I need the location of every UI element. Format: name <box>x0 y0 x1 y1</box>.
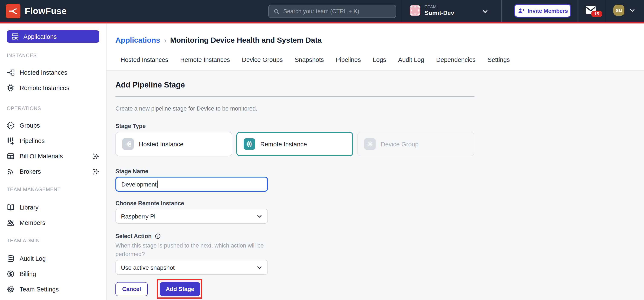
remote-instances-icon <box>6 84 15 92</box>
stage-name-value: Development <box>122 181 156 188</box>
tab-audit-log[interactable]: Audit Log <box>398 55 424 65</box>
sidebar-item-label: Team Settings <box>20 286 59 293</box>
tab-remote-instances[interactable]: Remote Instances <box>180 55 230 65</box>
user-plus-icon <box>517 7 524 14</box>
sidebar-item-brokers[interactable]: Brokers <box>0 164 106 179</box>
sidebar: Applications INSTANCES Hosted Instances <box>0 24 106 300</box>
notification-badge: 15 <box>591 11 602 17</box>
sidebar-section-team-admin: TEAM ADMIN <box>7 238 106 244</box>
stage-name-input[interactable]: Development <box>116 177 268 192</box>
invite-members-button[interactable]: Invite Members <box>514 4 571 18</box>
sparkles-icon <box>92 152 100 160</box>
action-select[interactable]: Use active snapshot <box>116 260 268 275</box>
navbar-divider <box>402 0 402 22</box>
content-header: Applications › Monitoring Device Health … <box>106 24 644 71</box>
form-title: Add Pipeline Stage <box>116 81 185 90</box>
sparkles-icon <box>92 168 100 176</box>
stage-type-hosted-instance[interactable]: Hosted Instance <box>116 132 232 156</box>
stage-name-label: Stage Name <box>116 168 148 175</box>
cancel-button[interactable]: Cancel <box>116 282 148 296</box>
sidebar-item-remote-instances[interactable]: Remote Instances <box>0 80 106 96</box>
search-input[interactable] <box>283 8 392 15</box>
billing-icon <box>6 270 15 278</box>
sidebar-item-library[interactable]: Library <box>0 200 106 215</box>
sidebar-item-label: Members <box>20 219 45 226</box>
search-icon <box>273 8 280 15</box>
user-menu[interactable]: su <box>613 5 636 16</box>
remote-instance-value: Raspberry Pi <box>121 213 156 220</box>
sidebar-item-members[interactable]: Members <box>0 215 106 230</box>
stage-type-option-label: Device Group <box>381 141 418 147</box>
stage-type-label: Stage Type <box>116 123 146 129</box>
sidebar-item-label: Audit Log <box>20 255 46 262</box>
sidebar-item-hosted-instances[interactable]: Hosted Instances <box>0 65 106 80</box>
flowfuse-logo-icon <box>6 4 20 18</box>
tab-hosted-instances[interactable]: Hosted Instances <box>120 55 168 65</box>
sidebar-item-team-settings[interactable]: Team Settings <box>0 282 106 297</box>
text-cursor <box>157 181 158 188</box>
chevron-down-icon[interactable] <box>481 8 489 15</box>
tab-logs[interactable]: Logs <box>373 55 386 65</box>
application-tabs: Hosted Instances Remote Instances Device… <box>120 55 510 65</box>
tab-dependencies[interactable]: Dependencies <box>436 55 476 65</box>
sidebar-item-billing[interactable]: Billing <box>0 266 106 282</box>
logo-text: FlowFuse <box>25 6 67 16</box>
notifications-button[interactable]: 15 <box>585 6 597 16</box>
sidebar-item-bill-of-materials[interactable]: Bill Of Materials <box>0 148 106 164</box>
breadcrumb-applications-link[interactable]: Applications <box>116 36 160 45</box>
navbar-divider <box>501 0 502 22</box>
sidebar-item-label: Brokers <box>20 168 41 175</box>
tab-pipelines[interactable]: Pipelines <box>336 55 361 65</box>
device-group-icon <box>364 138 376 150</box>
brokers-icon <box>6 167 15 176</box>
stage-type-remote-instance[interactable]: Remote Instance <box>236 132 353 156</box>
form-divider <box>116 96 474 97</box>
tab-settings[interactable]: Settings <box>488 55 510 65</box>
add-stage-button[interactable]: Add Stage <box>160 282 200 296</box>
sidebar-item-label: Library <box>20 204 38 211</box>
invite-members-label: Invite Members <box>528 8 568 14</box>
sidebar-item-label: Applications <box>24 33 57 40</box>
flowfuse-app: FlowFuse TEAM: Sumit-De <box>0 0 644 300</box>
add-pipeline-stage-form: Add Pipeline Stage Create a new pipeline… <box>106 71 644 300</box>
tab-device-groups[interactable]: Device Groups <box>242 55 283 65</box>
sidebar-item-groups[interactable]: Groups <box>0 118 106 133</box>
page-title: Monitoring Device Health and System Data <box>170 36 322 45</box>
select-action-help: When this stage is pushed to the next, w… <box>116 242 274 259</box>
chevron-down-icon <box>256 213 263 220</box>
audit-log-icon <box>6 254 15 263</box>
groups-icon <box>6 121 15 130</box>
hosted-instance-icon <box>122 138 134 150</box>
navbar-divider <box>605 0 605 22</box>
remote-instance-select[interactable]: Raspberry Pi <box>116 209 268 224</box>
team-search[interactable] <box>268 5 396 18</box>
chevron-down-icon <box>256 264 263 271</box>
flowfuse-logo[interactable]: FlowFuse <box>6 4 67 18</box>
form-description: Create a new pipeline stage for Device t… <box>116 105 257 112</box>
sidebar-item-label: Remote Instances <box>20 84 70 91</box>
members-icon <box>6 219 15 227</box>
sidebar-item-pipelines[interactable]: Pipelines <box>0 133 106 148</box>
form-actions: Cancel Add Stage <box>116 282 200 296</box>
avatar: su <box>613 5 624 16</box>
bill-of-materials-icon <box>6 152 15 161</box>
chevron-down-icon <box>629 7 636 14</box>
main-content: Applications › Monitoring Device Health … <box>106 24 644 300</box>
team-selector[interactable]: TEAM: Sumit-Dev <box>410 4 454 16</box>
stage-type-device-group: Device Group <box>357 132 474 156</box>
sidebar-item-label: Groups <box>20 122 40 129</box>
select-action-label: Select Action <box>116 233 152 239</box>
team-name: Sumit-Dev <box>425 9 454 16</box>
tab-snapshots[interactable]: Snapshots <box>295 55 324 65</box>
sidebar-section-instances: INSTANCES <box>7 53 106 59</box>
sidebar-item-audit-log[interactable]: Audit Log <box>0 251 106 266</box>
stage-type-options: Hosted Instance Remote Instance <box>116 132 474 156</box>
applications-icon <box>11 33 19 41</box>
sidebar-item-applications[interactable]: Applications <box>7 30 99 43</box>
remote-instance-icon <box>244 138 255 150</box>
stage-type-option-label: Remote Instance <box>260 141 307 147</box>
top-navbar: FlowFuse TEAM: Sumit-De <box>0 0 644 24</box>
info-icon[interactable] <box>154 233 161 239</box>
choose-remote-instance-label: Choose Remote Instance <box>116 200 184 207</box>
team-label: TEAM: <box>425 4 454 9</box>
